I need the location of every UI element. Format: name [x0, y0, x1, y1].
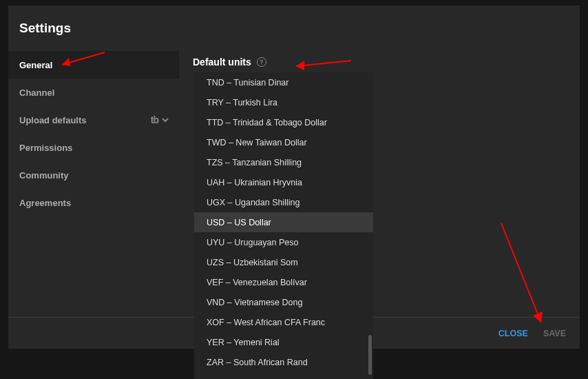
sidebar-item-general[interactable]: General [8, 51, 179, 79]
sidebar-item-upload-defaults[interactable]: Upload defaultstb [8, 106, 179, 134]
sidebar-item-label: Upload defaults [19, 115, 87, 125]
help-icon[interactable]: ? [257, 57, 266, 67]
sidebar-item-label: Channel [19, 88, 54, 98]
currency-option[interactable]: XOF – West African CFA Franc [194, 312, 373, 332]
currency-option[interactable]: VND – Vietnamese Dong [194, 292, 373, 312]
currency-option[interactable]: ZAR – South African Rand [194, 352, 373, 372]
currency-option[interactable]: TND – Tunisian Dinar [194, 72, 373, 92]
section-header: Default units ? [193, 57, 580, 68]
page-title: Settings [8, 6, 580, 36]
currency-option[interactable]: VEF – Venezuelan Bolívar [194, 272, 373, 292]
currency-option[interactable]: UGX – Ugandan Shilling [194, 192, 373, 212]
sidebar-item-label: Community [19, 170, 69, 181]
currency-option[interactable]: TWD – New Taiwan Dollar [194, 132, 373, 152]
tb-icon: tb [151, 114, 158, 125]
scrollbar-thumb[interactable] [368, 335, 372, 375]
close-button[interactable]: CLOSE [498, 329, 528, 338]
sidebar-item-agreements[interactable]: Agreements [8, 189, 179, 216]
section-title: Default units [193, 57, 251, 68]
currency-option[interactable]: UYU – Uruguayan Peso [194, 232, 373, 252]
currency-option[interactable]: UAH – Ukrainian Hryvnia [194, 172, 373, 192]
dropdown-list[interactable]: TND – Tunisian DinarTRY – Turkish LiraTT… [194, 72, 373, 379]
sidebar: GeneralChannelUpload defaultstbPermissio… [8, 51, 179, 347]
save-button: SAVE [543, 329, 566, 338]
currency-option[interactable]: TTD – Trinidad & Tobago Dollar [194, 112, 373, 132]
currency-option[interactable]: TRY – Turkish Lira [194, 92, 373, 112]
currency-dropdown: TND – Tunisian DinarTRY – Turkish LiraTT… [194, 72, 373, 379]
sidebar-item-community[interactable]: Community [8, 161, 179, 189]
currency-option[interactable]: USD – US Dollar [194, 212, 373, 232]
sidebar-item-label: Agreements [19, 198, 71, 208]
currency-option[interactable]: YER – Yemeni Rial [194, 332, 373, 352]
sidebar-item-permissions[interactable]: Permissions [8, 134, 179, 161]
currency-option[interactable]: UZS – Uzbekistani Som [194, 252, 373, 272]
currency-option[interactable]: TZS – Tanzanian Shilling [194, 152, 373, 172]
sidebar-item-label: Permissions [19, 143, 72, 153]
sidebar-item-channel[interactable]: Channel [8, 79, 179, 106]
chevron-down-icon [161, 116, 169, 124]
sidebar-item-label: General [19, 60, 52, 70]
